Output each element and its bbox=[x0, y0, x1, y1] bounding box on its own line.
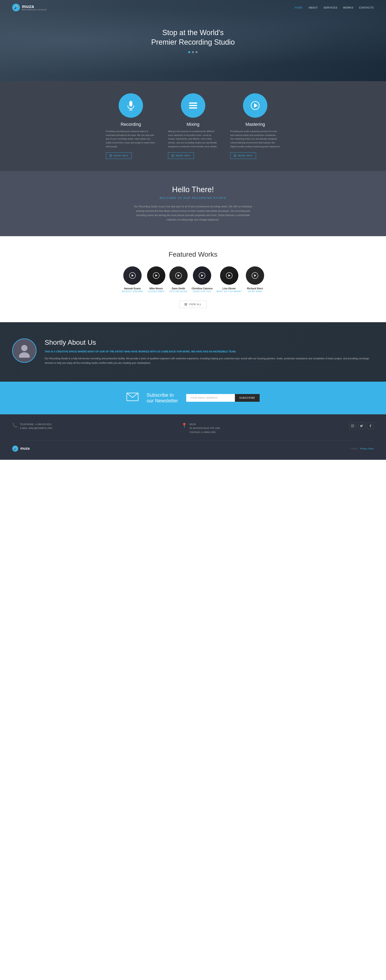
view-all-button[interactable]: VIEW ALL bbox=[179, 301, 207, 308]
svg-point-24 bbox=[21, 345, 28, 351]
recording-desc: Providing recording and rehearsal space … bbox=[106, 129, 156, 148]
logo-tagline: RECORDING STUDIO bbox=[22, 9, 47, 11]
work-song-4: GOOD FOR YOU bbox=[193, 290, 211, 293]
mail-icon bbox=[126, 392, 138, 404]
nav-item-works[interactable]: WORKS bbox=[343, 6, 353, 10]
hello-section: Hello There! WELCOME TO OUR RECORDING ST… bbox=[0, 171, 386, 236]
mixing-more-info-button[interactable]: MORE INFO bbox=[168, 153, 194, 159]
footer-contact-text: TELEPHONE: +1 800.823.9231 E-MAIL: MAIL@… bbox=[20, 422, 52, 431]
footer-logo-icon: 🎤 bbox=[12, 445, 18, 452]
logo-name: muza bbox=[22, 4, 47, 9]
instagram-button[interactable] bbox=[349, 422, 356, 430]
footer-social bbox=[349, 422, 374, 430]
svg-marker-15 bbox=[254, 103, 258, 108]
hero-dot-3[interactable] bbox=[195, 51, 198, 53]
about-us-photo bbox=[12, 339, 37, 363]
svg-rect-20 bbox=[185, 303, 186, 304]
hello-body: Our Recording Studio is your one-stop sp… bbox=[132, 205, 254, 222]
work-artist-4: Christina Calonna bbox=[192, 287, 213, 290]
work-overlay-5 bbox=[220, 266, 238, 285]
nav-item-contacts[interactable]: CONTACTS bbox=[359, 6, 374, 10]
footer-contact: 📞 TELEPHONE: +1 800.823.9231 E-MAIL: MAI… bbox=[12, 422, 52, 431]
facebook-icon bbox=[369, 424, 372, 428]
svg-rect-9 bbox=[189, 107, 197, 108]
instagram-icon bbox=[351, 424, 354, 428]
work-item-1[interactable]: Hannah Evans WILDEST DREAMS bbox=[122, 266, 143, 293]
recording-icon-circle bbox=[119, 93, 143, 118]
svg-rect-23 bbox=[186, 305, 187, 305]
footer-logo[interactable]: 🎤 muza bbox=[12, 445, 30, 452]
about-us-body: Our Recording Studio is a fully full-ser… bbox=[44, 356, 374, 365]
work-song-3: HOTLINE BLING bbox=[169, 290, 187, 293]
work-overlay-3 bbox=[169, 266, 187, 285]
work-overlay-4 bbox=[193, 266, 211, 285]
hello-heading: Hello There! bbox=[8, 185, 378, 194]
hello-subtitle: WELCOME TO OUR RECORDING STUDIO bbox=[132, 196, 254, 200]
footer-top: 📞 TELEPHONE: +1 800.823.9231 E-MAIL: MAI… bbox=[12, 422, 374, 441]
footer-logo-name: muza bbox=[20, 446, 30, 451]
about-us-section: Shortly About Us THIS IS A CREATIVE SPAC… bbox=[0, 322, 386, 382]
info-icon-2 bbox=[172, 154, 174, 157]
play-button-5 bbox=[226, 272, 232, 279]
work-item-4[interactable]: Christina Calonna GOOD FOR YOU bbox=[192, 266, 213, 293]
play-button-6 bbox=[252, 272, 258, 279]
newsletter-email-input[interactable] bbox=[186, 394, 235, 402]
hero-dot-2[interactable] bbox=[192, 51, 194, 53]
work-artist-1: Hannah Evans bbox=[124, 287, 141, 290]
recording-title: Recording bbox=[121, 122, 141, 127]
mixer-icon bbox=[188, 100, 198, 111]
newsletter-text: Subscribe to our Newsletter bbox=[147, 392, 178, 404]
nav-links: HOME ABOUT SERVICES WORKS CONTACTS bbox=[295, 6, 374, 10]
work-item-6[interactable]: Richard Stern ON MY MIND bbox=[246, 266, 264, 293]
service-recording: Recording Providing recording and rehear… bbox=[104, 93, 158, 159]
play-button-3 bbox=[175, 272, 182, 279]
footer: 📞 TELEPHONE: +1 800.823.9231 E-MAIL: MAI… bbox=[0, 414, 386, 460]
hero-dot-1[interactable] bbox=[188, 51, 190, 53]
work-item-2[interactable]: Mike Moore LOCKED AWAY bbox=[147, 266, 165, 293]
newsletter-form: SUBSCRIBE bbox=[186, 394, 260, 402]
facebook-button[interactable] bbox=[367, 422, 374, 430]
mastering-more-info-button[interactable]: MORE INFO bbox=[230, 153, 256, 159]
footer-address-text: MUZA 28 JACKSON BLVD STE 1500 CHICAGO, I… bbox=[189, 422, 220, 434]
logo[interactable]: 🎤 muza RECORDING STUDIO bbox=[12, 4, 47, 11]
work-overlay-6 bbox=[246, 266, 264, 285]
work-song-6: ON MY MIND bbox=[248, 290, 262, 293]
privacy-policy-link[interactable]: Privacy Policy bbox=[360, 447, 374, 450]
work-artist-6: Richard Stern bbox=[247, 287, 263, 290]
hero-dots bbox=[151, 51, 235, 53]
svg-rect-21 bbox=[186, 303, 187, 304]
svg-rect-0 bbox=[129, 101, 132, 107]
copyright-text: © 2015 bbox=[350, 447, 357, 450]
work-thumb-6 bbox=[246, 266, 264, 285]
hero-content: Stop at the World's Premier Recording St… bbox=[151, 28, 235, 53]
mixing-icon-circle bbox=[181, 93, 205, 118]
newsletter-submit-button[interactable]: SUBSCRIBE bbox=[235, 394, 260, 402]
nav-item-about[interactable]: ABOUT bbox=[308, 6, 318, 10]
work-artist-3: Dave Smith bbox=[172, 287, 185, 290]
work-thumb-2 bbox=[147, 266, 165, 285]
featured-works-section: Featured Works Hannah Evans WILDEST DREA… bbox=[0, 236, 386, 322]
play-button-4 bbox=[199, 272, 205, 279]
work-artist-2: Mike Moore bbox=[149, 287, 163, 290]
footer-address: 📍 MUZA 28 JACKSON BLVD STE 1500 CHICAGO,… bbox=[181, 422, 220, 434]
work-overlay-1 bbox=[123, 266, 141, 285]
microphone-icon bbox=[126, 100, 136, 111]
play-button-2 bbox=[153, 272, 159, 279]
hero-title: Stop at the World's Premier Recording St… bbox=[151, 28, 235, 47]
svg-rect-22 bbox=[185, 305, 186, 305]
twitter-button[interactable] bbox=[358, 422, 365, 430]
about-us-content: Shortly About Us THIS IS A CREATIVE SPAC… bbox=[44, 339, 374, 366]
work-thumb-4 bbox=[193, 266, 211, 285]
work-thumb-5 bbox=[220, 266, 238, 285]
works-grid: Hannah Evans WILDEST DREAMS Mike Moore L… bbox=[8, 266, 378, 293]
nav-item-services[interactable]: SERVICES bbox=[324, 6, 337, 10]
footer-copyright: © 2015 Privacy Policy bbox=[350, 447, 374, 450]
services-section: Recording Providing recording and rehear… bbox=[0, 81, 386, 171]
recording-more-info-button[interactable]: MORE INFO bbox=[106, 153, 132, 159]
nav-item-home[interactable]: HOME bbox=[295, 6, 303, 10]
info-icon-3 bbox=[234, 154, 237, 157]
svg-rect-8 bbox=[189, 105, 197, 106]
twitter-icon bbox=[360, 424, 363, 428]
work-item-5[interactable]: Lisa Glover WHAT DO YOU MEAN? bbox=[216, 266, 242, 293]
work-item-3[interactable]: Dave Smith HOTLINE BLING bbox=[169, 266, 187, 293]
